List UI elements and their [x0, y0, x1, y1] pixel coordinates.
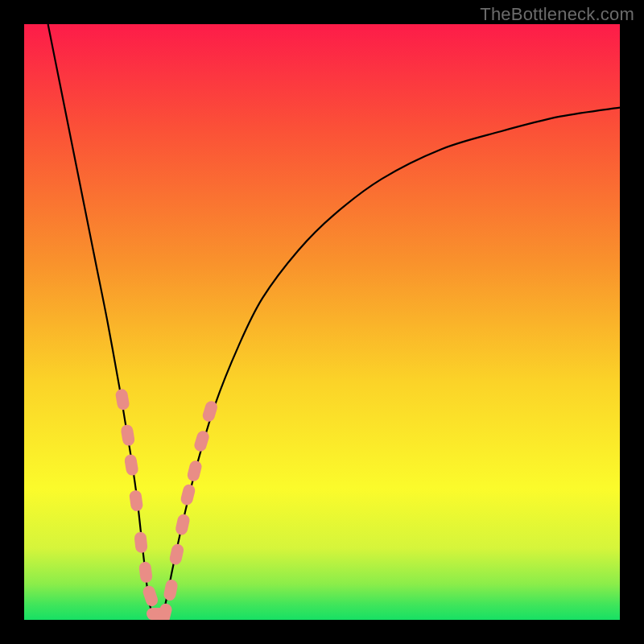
plot-area	[24, 24, 620, 620]
chart-frame: TheBottleneck.com	[0, 0, 644, 644]
gradient-background	[24, 24, 620, 620]
bottleneck-chart	[24, 24, 620, 620]
watermark-label: TheBottleneck.com	[480, 4, 634, 25]
